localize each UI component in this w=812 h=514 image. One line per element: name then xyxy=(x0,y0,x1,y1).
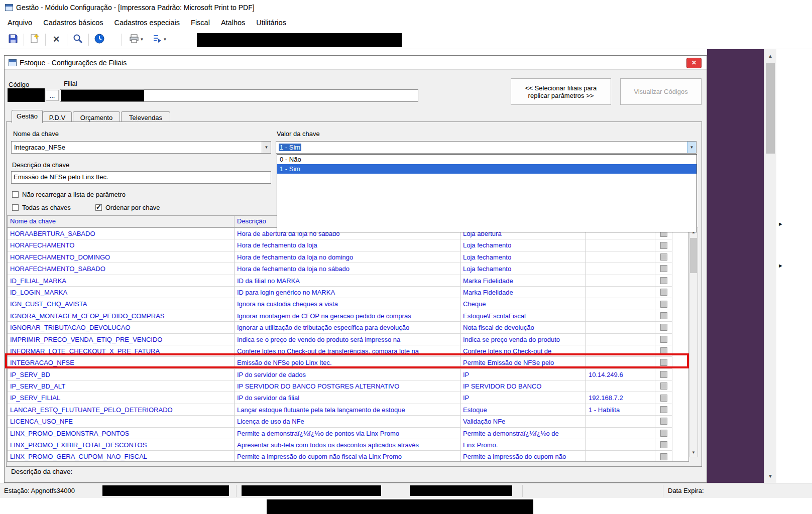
cell: Apresentar sub-tela com todos os descont… xyxy=(235,439,460,451)
valor-da-chave-value: 1 - Sim xyxy=(279,144,301,151)
toolbar-separator xyxy=(122,34,122,46)
table-row[interactable]: HORAFECHAMENTO_DOMINGOHora de fechamento… xyxy=(8,251,688,263)
tab-gestao[interactable]: Gestão xyxy=(12,110,43,123)
print-button[interactable]: ▼ xyxy=(125,32,148,47)
table-row[interactable]: IP_SERV_BD_ALTIP SERVIDOR DO BANCO POSTG… xyxy=(8,380,688,392)
row-checkbox-icon xyxy=(660,265,667,272)
menu-cadastros-basicos[interactable]: Cadastros básicos xyxy=(38,17,108,29)
table-row[interactable]: HORAFECHAMENTOHora de fechamento da loja… xyxy=(8,239,688,251)
table-row[interactable]: IGNORAR_TRIBUTACAO_DEVOLUCAOIgnorar a ut… xyxy=(8,322,688,333)
checkbox-ordenar-por-chave[interactable] xyxy=(95,204,102,211)
valor-da-chave-combobox[interactable]: 1 - Sim ▼ xyxy=(276,141,697,154)
cell xyxy=(586,239,655,251)
parameters-grid: Nome da chave Descrição HORAABERTURA_SAB… xyxy=(7,215,689,462)
data-expira-label: Data Expira: xyxy=(668,487,704,494)
row-checkbox-icon xyxy=(660,371,667,378)
menu-cadastros-especiais[interactable]: Cadastros especiais xyxy=(108,17,185,29)
checkbox-nao-recarregar-label: Não recarregar a lista de parâmetro xyxy=(22,191,126,198)
checkbox-todas-as-chaves[interactable] xyxy=(12,204,19,211)
header-nome-da-chave[interactable]: Nome da chave xyxy=(8,216,235,227)
grid-vertical-scrollbar[interactable]: ▲ ▼ xyxy=(689,227,698,457)
save-button[interactable] xyxy=(5,32,21,47)
table-row[interactable]: IP_SERV_BDIP do servidor de dadosIP10.14… xyxy=(8,369,688,380)
scroll-up-icon[interactable]: ▲ xyxy=(764,53,776,59)
menu-fiscal[interactable]: Fiscal xyxy=(185,17,215,29)
search-button[interactable] xyxy=(70,32,86,47)
new-button[interactable] xyxy=(27,32,43,47)
visualizar-codigos-button[interactable]: Visualizar Códigos xyxy=(620,78,702,105)
cell: Licença de uso da NFe xyxy=(235,416,460,427)
table-row[interactable]: LICENCA_USO_NFELicença de uso da NFeVali… xyxy=(8,416,688,427)
export-button[interactable]: ▼ xyxy=(148,32,171,47)
row-checkbox-icon xyxy=(660,253,667,261)
cell: Confere lotes no Check-out de xyxy=(460,345,586,357)
cell: 192.168.7.2 xyxy=(586,392,655,404)
table-row[interactable]: IMPRIMIR_PRECO_VENDA_ETIQ_PRE_VENCIDOInd… xyxy=(8,334,688,345)
delete-button[interactable]: ✕ xyxy=(48,32,64,47)
chevron-down-icon[interactable]: ▼ xyxy=(687,142,696,153)
table-row[interactable]: LINX_PROMO_DEMONSTRA_PONTOSPermite a dem… xyxy=(8,428,688,439)
table-row[interactable]: ID_LOGIN_MARKAID para login genérico no … xyxy=(8,287,688,298)
dropdown-option[interactable]: 1 - Sim xyxy=(277,164,697,174)
print-icon xyxy=(129,33,140,46)
cell: Loja fechamento xyxy=(460,263,586,275)
table-row[interactable]: IGNORA_MONTAGEM_CFOP_PEDIDO_COMPRASIgnor… xyxy=(8,310,688,322)
cell: IP_SERV_FILIAL xyxy=(8,392,235,404)
descricao-da-chave-input[interactable]: Emissão de NFSe pelo Linx Itec. xyxy=(11,171,271,184)
cell xyxy=(586,334,655,345)
row-checkbox-icon xyxy=(660,395,667,402)
scroll-down-icon[interactable]: ▼ xyxy=(764,473,776,479)
toolbar-separator xyxy=(67,34,67,46)
cell: Estoque xyxy=(460,404,586,416)
table-row[interactable]: LANCAR_ESTQ_FLUTUANTE_PELO_DETERIORADOLa… xyxy=(8,404,688,416)
cell: Emissão de NFSe pelo Linx Itec. xyxy=(235,357,460,368)
table-row[interactable]: INTEGRACAO_NFSEEmissão de NFSe pelo Linx… xyxy=(8,357,688,368)
export-icon xyxy=(152,33,163,46)
table-row[interactable]: INFORMAR_LOTE_CHECKOUT_X_PRE_FATURAConfe… xyxy=(8,345,688,357)
redacted-status-3 xyxy=(410,485,512,496)
scrollbar-thumb[interactable] xyxy=(766,63,775,154)
clock-button[interactable] xyxy=(91,32,107,47)
chevron-down-icon[interactable]: ▼ xyxy=(262,142,271,153)
table-row[interactable]: LINX_PROMO_GERA_CUPOM_NAO_FISCALPermite … xyxy=(8,451,688,462)
menu-utilitarios[interactable]: Utilitários xyxy=(251,17,292,29)
close-button[interactable]: ✕ xyxy=(686,58,702,68)
menu-atalhos[interactable]: Atalhos xyxy=(215,17,251,29)
descricao-da-chave-label: Descrição da chave xyxy=(12,161,69,169)
redacted-codigo-field[interactable] xyxy=(8,88,45,102)
table-row[interactable]: HORAFECHAMENTO_SABADOHora de fechamento … xyxy=(8,263,688,275)
table-row[interactable]: IP_SERV_FILIALIP do servidor da filialIP… xyxy=(8,392,688,404)
cell: Linx Promo. xyxy=(460,439,586,451)
browse-button[interactable]: ... xyxy=(46,90,59,101)
cell: Ignorar a utilização de tributação espec… xyxy=(235,322,460,333)
chevron-down-icon: ▼ xyxy=(163,37,167,42)
estacao-status: Estação: Apgnotfs34000 xyxy=(4,487,75,494)
scrollbar-thumb[interactable] xyxy=(690,238,697,273)
cell-checkbox xyxy=(655,322,672,333)
main-vertical-scrollbar[interactable]: ▲ ▼ xyxy=(764,49,776,483)
cell-checkbox xyxy=(655,451,672,462)
row-checkbox-icon xyxy=(660,301,667,308)
menu-arquivo[interactable]: Arquivo xyxy=(2,17,38,29)
new-document-icon xyxy=(29,33,40,46)
table-row[interactable]: ID_FILIAL_MARKAID da filial no MARKAMark… xyxy=(8,275,688,287)
cell-checkbox xyxy=(655,345,672,357)
row-checkbox-icon xyxy=(660,242,667,249)
table-row[interactable]: LINX_PROMO_EXIBIR_TOTAL_DESCONTOSApresen… xyxy=(8,439,688,451)
cell: 10.14.249.6 xyxy=(586,369,655,380)
row-checkbox-icon xyxy=(660,418,667,425)
cell: Estoque\EscritaFiscal xyxy=(460,310,586,322)
checkbox-nao-recarregar[interactable] xyxy=(12,191,19,198)
redacted-status-1 xyxy=(102,485,229,496)
cell-checkbox xyxy=(655,357,672,368)
valor-da-chave-label: Valor da chave xyxy=(277,130,320,138)
selecionar-filiais-button[interactable]: << Selecionar filiais para replicar parâ… xyxy=(511,78,611,105)
scroll-down-icon[interactable]: ▼ xyxy=(689,450,698,455)
nome-da-chave-combobox[interactable]: Integracao_NFSe ▼ xyxy=(11,141,271,154)
row-checkbox-icon xyxy=(660,347,667,354)
toolbar: ✕ ▼ ▼ xyxy=(0,30,812,49)
table-row[interactable]: IGN_CUST_CHQ_AVISTAIgnora na custodia ch… xyxy=(8,298,688,310)
cell: Permite a demonstraï¿½ï¿½o de pontos via… xyxy=(235,428,460,439)
row-checkbox-icon xyxy=(660,382,667,390)
dropdown-option[interactable]: 0 - Não xyxy=(277,155,697,164)
